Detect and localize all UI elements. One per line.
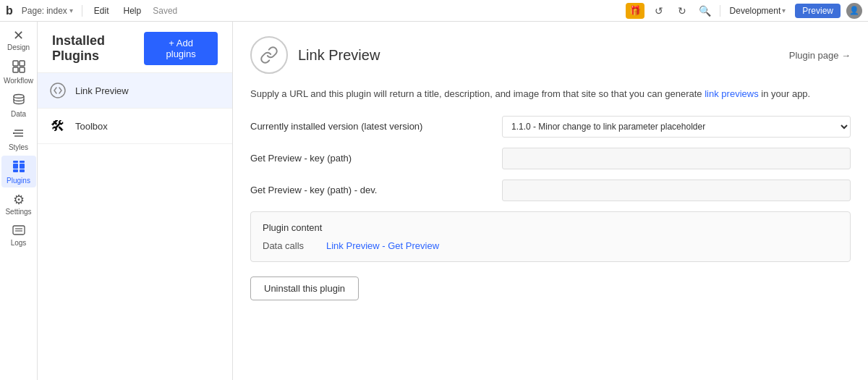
description-suffix: in your app. bbox=[761, 88, 810, 99]
installed-plugins-title: Installed Plugins bbox=[52, 33, 144, 64]
svg-rect-14 bbox=[20, 169, 25, 172]
version-select[interactable]: 1.1.0 - Minor change to link parameter p… bbox=[502, 116, 851, 138]
topbar-logo: b bbox=[6, 4, 13, 17]
plugin-detail-icon bbox=[250, 36, 288, 74]
plugin-item-link-preview[interactable]: Link Preview bbox=[38, 73, 232, 109]
plugin-list-panel: Installed Plugins + Add plugins Link Pre… bbox=[38, 22, 233, 380]
styles-label: Styles bbox=[9, 143, 28, 151]
svg-rect-10 bbox=[20, 164, 25, 169]
version-field: Currently installed version (latest vers… bbox=[250, 116, 851, 138]
plugin-content-row: Data calls Link Preview - Get Preview bbox=[263, 240, 838, 251]
settings-label: Settings bbox=[5, 208, 31, 216]
svg-rect-9 bbox=[13, 164, 18, 169]
sidebar-item-design[interactable]: ✕ Design bbox=[1, 25, 36, 54]
sidebar: ✕ Design Workflow Dat bbox=[0, 22, 38, 380]
topbar-separator-1 bbox=[82, 5, 82, 17]
sidebar-item-workflow[interactable]: Workflow bbox=[1, 56, 36, 88]
workflow-label: Workflow bbox=[4, 77, 33, 85]
topbar-saved-label: Saved bbox=[153, 6, 177, 16]
logs-label: Logs bbox=[11, 239, 27, 247]
description-text: Supply a URL and this plugin will return… bbox=[250, 88, 702, 99]
get-preview-key-label: Get Preview - key (path) bbox=[250, 153, 496, 164]
plugin-content-title: Plugin content bbox=[263, 222, 838, 233]
plugin-item-toolbox[interactable]: 🛠 Toolbox bbox=[38, 109, 232, 144]
redo-icon[interactable]: ↻ bbox=[673, 2, 691, 20]
plugin-description: Supply a URL and this plugin will return… bbox=[250, 87, 851, 101]
get-preview-key-dev-field: Get Preview - key (path) - dev. bbox=[250, 180, 851, 201]
settings-icon: ⚙ bbox=[13, 193, 25, 206]
svg-point-18 bbox=[51, 83, 65, 98]
data-calls-label: Data calls bbox=[263, 240, 320, 251]
get-preview-key-input[interactable] bbox=[502, 148, 851, 169]
main-layout: ✕ Design Workflow Dat bbox=[0, 22, 868, 380]
dev-label: Development bbox=[730, 6, 781, 16]
page-chevron[interactable]: ▾ bbox=[69, 7, 73, 14]
plugin-page-link[interactable]: Plugin page → bbox=[789, 50, 851, 61]
svg-rect-11 bbox=[13, 161, 18, 163]
add-plugins-button[interactable]: + Add plugins bbox=[144, 32, 218, 65]
topbar-separator-2 bbox=[720, 5, 720, 17]
svg-rect-3 bbox=[20, 67, 25, 72]
link-preview-name: Link Preview bbox=[75, 85, 129, 96]
sidebar-item-settings[interactable]: ⚙ Settings bbox=[1, 189, 36, 219]
undo-icon[interactable]: ↺ bbox=[650, 2, 668, 20]
svg-rect-1 bbox=[20, 61, 25, 66]
svg-rect-0 bbox=[13, 61, 18, 66]
plugin-content-box: Plugin content Data calls Link Preview -… bbox=[250, 211, 851, 262]
page-name[interactable]: index bbox=[46, 6, 67, 16]
description-link[interactable]: link previews bbox=[705, 88, 758, 99]
link-preview-icon bbox=[48, 80, 68, 101]
plugins-label: Plugins bbox=[7, 177, 30, 185]
plugin-detail-content: Link Preview Plugin page → Supply a URL … bbox=[233, 22, 868, 315]
gift-icon[interactable]: 🎁 bbox=[626, 3, 644, 19]
data-label: Data bbox=[11, 110, 26, 118]
dev-chevron: ▾ bbox=[782, 7, 786, 14]
plugin-detail-name: Link Preview bbox=[298, 47, 380, 64]
sidebar-item-styles[interactable]: Styles bbox=[1, 122, 36, 154]
dev-mode-dropdown[interactable]: Development ▾ bbox=[726, 4, 790, 17]
toolbox-icon: 🛠 bbox=[48, 116, 68, 136]
sidebar-item-logs[interactable]: Logs bbox=[1, 220, 36, 250]
page-label: Page: bbox=[22, 6, 44, 16]
installed-plugins-header: Installed Plugins + Add plugins bbox=[38, 22, 232, 73]
topbar-right: 🎁 ↺ ↻ 🔍 Development ▾ Preview 👤 bbox=[626, 2, 862, 20]
topbar: b Page: index ▾ Edit Help Saved 🎁 ↺ ↻ 🔍 … bbox=[0, 0, 868, 22]
avatar[interactable]: 👤 bbox=[846, 3, 862, 19]
uninstall-button[interactable]: Uninstall this plugin bbox=[250, 276, 359, 300]
get-preview-key-dev-input[interactable] bbox=[502, 180, 851, 201]
sidebar-item-plugins[interactable]: Plugins bbox=[1, 156, 36, 187]
svg-rect-12 bbox=[20, 161, 25, 163]
logs-icon bbox=[12, 224, 25, 237]
svg-rect-15 bbox=[13, 226, 25, 235]
menu-help[interactable]: Help bbox=[121, 4, 145, 17]
get-preview-key-dev-label: Get Preview - key (path) - dev. bbox=[250, 185, 496, 195]
design-icon: ✕ bbox=[13, 29, 24, 42]
svg-rect-13 bbox=[13, 169, 18, 172]
sidebar-item-data[interactable]: Data bbox=[1, 89, 36, 121]
search-icon[interactable]: 🔍 bbox=[697, 2, 714, 20]
data-icon bbox=[12, 93, 25, 109]
styles-icon bbox=[12, 127, 25, 142]
plugin-detail-header: Link Preview Plugin page → bbox=[250, 36, 851, 74]
svg-point-4 bbox=[14, 95, 24, 98]
topbar-page-info: Page: index ▾ bbox=[22, 6, 73, 16]
version-label: Currently installed version (latest vers… bbox=[250, 121, 496, 132]
preview-button[interactable]: Preview bbox=[795, 4, 841, 18]
get-preview-key-field: Get Preview - key (path) bbox=[250, 148, 851, 169]
data-calls-value[interactable]: Link Preview - Get Preview bbox=[326, 240, 439, 251]
design-label: Design bbox=[7, 43, 30, 51]
svg-rect-2 bbox=[13, 67, 18, 72]
menu-edit[interactable]: Edit bbox=[91, 4, 112, 17]
toolbox-name: Toolbox bbox=[75, 121, 108, 132]
plugins-icon bbox=[12, 160, 25, 175]
plugin-detail-panel: Link Preview Plugin page → Supply a URL … bbox=[233, 22, 868, 380]
workflow-icon bbox=[12, 60, 25, 75]
